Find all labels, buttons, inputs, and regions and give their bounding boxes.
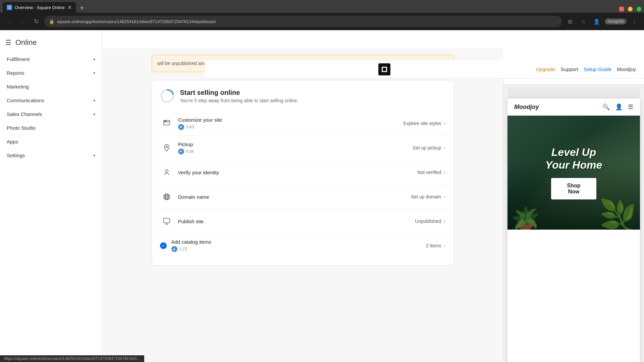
task-customize-title: Customize your site — [178, 117, 404, 123]
content-wrapper: will be unpublished and you'll lose acce… — [144, 48, 462, 278]
address-bar[interactable]: 🔒 square.online/app/home/users/148254161… — [44, 16, 562, 27]
tab-favicon: S — [7, 5, 12, 10]
task-publish-chevron: › — [444, 218, 445, 224]
not-verified-text: Not verified — [417, 170, 441, 175]
sidebar-item-sales-channels[interactable]: Sales Channels ▾ — [0, 107, 102, 121]
sidebar-item-settings[interactable]: Settings ▾ — [0, 148, 102, 162]
active-tab[interactable]: S Overview - Square Online ✕ — [3, 2, 76, 13]
forward-btn[interactable]: › — [17, 16, 28, 27]
svg-point-4 — [164, 121, 165, 122]
setup-domain-text: Set up domain — [411, 194, 441, 199]
task-pickup-action: Set up pickup › — [413, 145, 445, 151]
search-icon[interactable]: 🔍 — [602, 103, 610, 111]
sidebar-item-reports[interactable]: Reports ▾ — [0, 66, 102, 80]
site-nav: Moodjoy 🔍 👤 ☰ — [507, 99, 640, 116]
task-verify-chevron: › — [444, 169, 445, 175]
user-icon[interactable]: 👤 — [615, 103, 623, 111]
task-verify-action: Not verified › — [417, 169, 445, 175]
card-subtitle: You're 5 step away from being able to st… — [180, 98, 299, 103]
hamburger-btn[interactable]: ☰ — [5, 39, 11, 47]
task-catalog-chevron: › — [444, 243, 445, 249]
sidebar-item-fulfillment[interactable]: Fulfillment ▾ — [0, 52, 102, 66]
task-catalog-video: ▶ 1:23 — [171, 246, 426, 252]
reload-btn[interactable]: ↻ — [31, 16, 42, 27]
back-btn[interactable]: ‹ — [4, 16, 15, 27]
task-verify-identity[interactable]: Verify your identity Not verified › — [160, 160, 446, 185]
task-customize-action: Explore site styles › — [403, 120, 445, 126]
profile-btn[interactable]: 👤 — [591, 16, 602, 27]
start-selling-card: Start selling online You're 5 step away … — [152, 80, 454, 266]
sidebar: ☰ Online Fulfillment ▾ Reports ▾ Marketi… — [0, 30, 102, 362]
setup-guide-btn[interactable]: Setup Guide — [584, 66, 611, 72]
extensions-btn[interactable]: ⊞ — [565, 16, 575, 27]
pickup-icon — [160, 141, 173, 155]
task-pickup-time: 4:36 — [186, 149, 194, 154]
new-tab-btn[interactable]: + — [77, 3, 87, 13]
domain-icon — [160, 190, 173, 203]
svg-point-7 — [165, 170, 168, 172]
window-maximize[interactable] — [637, 7, 641, 11]
task-catalog-action: 2 items › — [426, 243, 445, 249]
task-customize-site[interactable]: Customize your site ▶ 3:43 Explore site … — [160, 111, 446, 136]
customize-site-icon — [160, 117, 173, 130]
sales-chevron-icon: ▾ — [93, 112, 95, 117]
communications-chevron-icon: ▾ — [93, 98, 95, 103]
card-header: Start selling online You're 5 step away … — [160, 88, 446, 103]
svg-point-6 — [166, 146, 167, 148]
browser-tabs: S Overview - Square Online ✕ + — [0, 0, 644, 13]
plant-left-icon: 🪴 — [511, 205, 540, 230]
video-play-icon: ▶ — [178, 124, 184, 130]
menu-icon[interactable]: ☰ — [628, 103, 633, 111]
shop-now-btn[interactable]: Shop Now — [551, 178, 597, 199]
site-brand: Moodjoy — [514, 104, 539, 111]
pickup-play-icon: ▶ — [178, 148, 184, 155]
sidebar-reports-label: Reports — [7, 70, 24, 76]
task-pickup-video: ▶ 4:36 — [178, 148, 413, 155]
task-domain-content: Domain name — [178, 194, 411, 200]
status-url: https://square.online/store/users/148254… — [4, 356, 140, 361]
task-verify-content: Verify your identity — [178, 170, 418, 175]
sidebar-photo-label: Photo Studio — [7, 125, 36, 131]
incognito-badge: Incognito — [605, 18, 627, 24]
user-btn[interactable]: Moodjoy — [617, 66, 636, 72]
svg-rect-13 — [164, 218, 170, 223]
upgrade-btn[interactable]: Upgrade — [536, 66, 555, 72]
plant-right-icon: 🌿 — [599, 198, 637, 230]
settings-chevron-icon: ▾ — [93, 153, 95, 158]
items-count-text: 2 items — [426, 243, 441, 248]
sidebar-sales-label: Sales Channels — [7, 111, 42, 117]
task-domain-title: Domain name — [178, 194, 411, 200]
menu-btn[interactable]: ⋮ — [629, 16, 640, 27]
sidebar-item-marketing[interactable]: Marketing — [0, 80, 102, 94]
task-add-catalog[interactable]: ✓ Add catalog items ▶ 1:23 2 items › — [160, 234, 446, 257]
tab-close-btn[interactable]: ✕ — [67, 4, 72, 11]
explore-styles-text: Explore site styles — [403, 121, 441, 126]
publish-icon — [160, 215, 173, 228]
task-domain-chevron: › — [444, 194, 445, 200]
fulfillment-chevron-icon: ▾ — [93, 57, 95, 62]
catalog-play-icon: ▶ — [171, 246, 177, 252]
site-nav-icons: 🔍 👤 ☰ — [602, 103, 633, 111]
sidebar-item-apps[interactable]: Apps — [0, 135, 102, 148]
task-customize-video: ▶ 3:43 — [178, 124, 404, 130]
sidebar-item-photo-studio[interactable]: Photo Studio — [0, 121, 102, 135]
sidebar-item-communications[interactable]: Communications ▾ — [0, 94, 102, 107]
site-hero: 🌿 🪴 Level UpYour Home Shop Now — [507, 116, 640, 230]
task-publish-site[interactable]: Publish site Unpublished › — [160, 209, 446, 234]
bookmark-btn[interactable]: ☆ — [578, 16, 589, 27]
sidebar-fulfillment-label: Fulfillment — [7, 56, 30, 62]
reports-chevron-icon: ▾ — [93, 71, 95, 75]
sidebar-apps-label: Apps — [7, 139, 18, 144]
window-close[interactable] — [619, 7, 624, 11]
window-minimize[interactable] — [628, 7, 633, 11]
task-domain-name[interactable]: Domain name Set up domain › — [160, 185, 446, 209]
unpublished-text: Unpublished — [415, 219, 441, 224]
support-btn[interactable]: Support — [560, 66, 578, 72]
browser-nav: ‹ › ↻ 🔒 square.online/app/home/users/148… — [0, 13, 644, 30]
card-title: Start selling online — [180, 89, 299, 97]
tab-label: Overview - Square Online — [15, 5, 65, 10]
sidebar-settings-label: Settings — [7, 153, 25, 158]
task-domain-action: Set up domain › — [411, 194, 446, 200]
sidebar-communications-label: Communications — [7, 98, 44, 103]
task-pickup[interactable]: Pickup ▶ 4:36 Set up pickup › — [160, 136, 446, 160]
